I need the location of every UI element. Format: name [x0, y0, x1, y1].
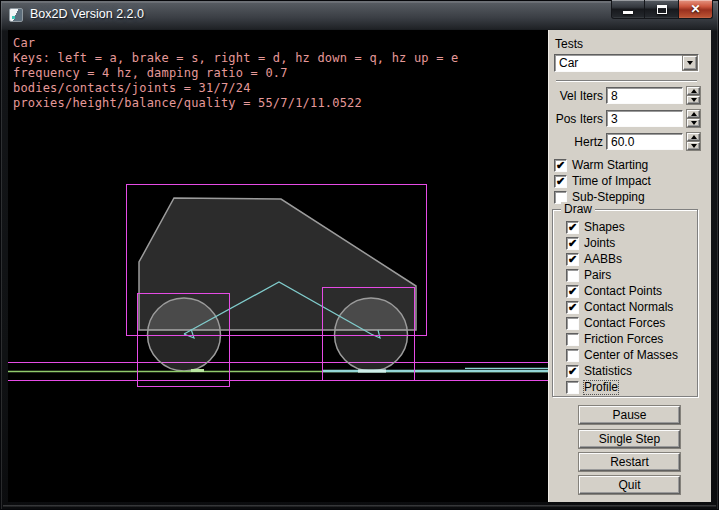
checkbox-icon[interactable]: ✔ [566, 285, 579, 298]
restart-button[interactable]: Restart [579, 453, 680, 471]
checkbox-label: Time of Impact [572, 175, 651, 188]
spinner-down-icon [691, 98, 697, 102]
pos-iters-spin-down[interactable] [687, 119, 700, 127]
tests-dropdown-value: Car [559, 56, 578, 71]
checkbox-label: Profile [584, 381, 618, 394]
checkbox-icon[interactable] [566, 317, 579, 330]
stats-text: bodies/contacts/joints = 31/7/24 [13, 81, 251, 96]
maximize-icon [657, 5, 667, 14]
draw-group-title: Draw [561, 202, 595, 216]
checkbox-label: Contact Normals [584, 301, 673, 314]
checkbox-label: Shapes [584, 221, 625, 234]
contact-point-left [191, 369, 204, 372]
spinner-up-icon [691, 89, 697, 93]
hertz-spinner [687, 133, 700, 150]
hertz-input[interactable] [606, 133, 683, 150]
pos-iters-label: Pos Iters [548, 112, 603, 127]
checkbox-icon[interactable]: ✔ [554, 159, 567, 172]
spinner-up-icon [691, 112, 697, 116]
checkbox-label: Center of Masses [584, 349, 678, 362]
pos-iters-spinner [687, 110, 700, 127]
hertz-label: Hertz [548, 135, 603, 150]
checkbox-icon[interactable]: ✔ [566, 253, 579, 266]
pos-iters-spin-up[interactable] [687, 110, 700, 118]
pause-button[interactable]: Pause [579, 406, 680, 424]
spinner-down-icon [691, 144, 697, 148]
checkbox-icon[interactable] [566, 349, 579, 362]
tests-label: Tests [555, 37, 583, 51]
checkbox-icon[interactable] [566, 333, 579, 346]
checkbox-icon[interactable]: ✔ [566, 237, 579, 250]
checkbox-label: Pairs [584, 269, 611, 282]
contact-highlight-right [358, 369, 386, 372]
checkbox-icon[interactable]: ✔ [554, 175, 567, 188]
checkbox-icon[interactable]: ✔ [566, 365, 579, 378]
hertz-spin-up[interactable] [687, 133, 700, 141]
checkbox-icon[interactable] [566, 381, 579, 394]
single-step-button[interactable]: Single Step [579, 430, 680, 448]
test-title-text: Car [13, 36, 35, 51]
keys-help-text: Keys: left = a, brake = s, right = d, hz… [13, 51, 458, 66]
control-panel: Tests Car Vel Iters Pos Iters Hertz [548, 30, 711, 502]
checkbox-label: Statistics [584, 365, 632, 378]
vel-iters-spin-up[interactable] [687, 87, 700, 95]
minimize-icon [623, 11, 633, 14]
simulation-canvas[interactable]: Car Keys: left = a, brake = s, right = d… [8, 30, 548, 502]
checkbox-label: Contact Forces [584, 317, 665, 330]
frequency-text: frequency = 4 hz, damping ratio = 0.7 [13, 66, 288, 81]
checkbox-label: AABBs [584, 253, 622, 266]
title-bar[interactable]: Box2D Version 2.2.0 ✕ [0, 0, 719, 30]
window-controls: ✕ [611, 0, 713, 19]
quit-button[interactable]: Quit [579, 476, 680, 494]
checkbox-label: Contact Points [584, 285, 662, 298]
tests-dropdown[interactable]: Car [554, 54, 699, 72]
checkbox-label: Friction Forces [584, 333, 663, 346]
hertz-spin-down[interactable] [687, 142, 700, 150]
checkbox-icon[interactable]: ✔ [566, 301, 579, 314]
close-button[interactable]: ✕ [678, 0, 713, 19]
minimize-button[interactable] [611, 0, 645, 19]
proxies-text: proxies/height/balance/quality = 55/7/1/… [13, 96, 362, 111]
separator [556, 80, 697, 82]
dropdown-arrow-icon [687, 61, 693, 65]
vel-iters-spinner [687, 87, 700, 104]
checkbox-icon[interactable]: ✔ [566, 221, 579, 234]
tests-dropdown-button[interactable] [683, 56, 697, 70]
maximize-button[interactable] [645, 0, 678, 19]
close-icon: ✕ [690, 1, 700, 18]
spinner-down-icon [691, 121, 697, 125]
checkbox-label: Warm Starting [572, 159, 648, 172]
checkbox-icon[interactable] [566, 269, 579, 282]
app-window: Box2D Version 2.2.0 ✕ [0, 0, 719, 510]
app-icon [9, 8, 23, 22]
window-title: Box2D Version 2.2.0 [30, 7, 144, 21]
vel-iters-label: Vel Iters [548, 89, 603, 104]
vel-iters-input[interactable] [606, 87, 683, 104]
window-content: Car Keys: left = a, brake = s, right = d… [8, 30, 711, 502]
checkbox-label: Joints [584, 237, 615, 250]
pos-iters-input[interactable] [606, 110, 683, 127]
spinner-up-icon [691, 135, 697, 139]
vel-iters-spin-down[interactable] [687, 96, 700, 104]
